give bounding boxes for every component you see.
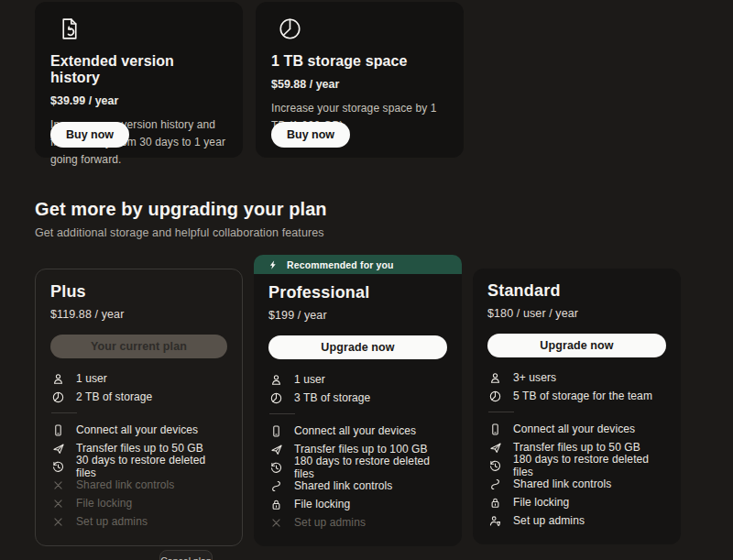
link-icon (487, 478, 502, 491)
feature-label: Connect all your devices (76, 423, 198, 436)
feature-label: 180 days to restore deleted files (294, 455, 447, 480)
addon-cards-row: Extended version history $39.99 / year I… (35, 2, 464, 158)
restore-icon (487, 459, 502, 473)
feature-row: 180 days to restore deleted files (487, 456, 666, 475)
upgrade-now-button[interactable]: Upgrade now (268, 335, 447, 359)
plan-name: Standard (487, 281, 666, 301)
section-subtitle: Get additional storage and helpful colla… (35, 226, 327, 239)
feature-label: Shared link controls (294, 479, 392, 492)
admins-icon (487, 514, 502, 528)
addon-price: $39.99 / year (50, 94, 227, 107)
addon-title: 1 TB storage space (271, 53, 448, 70)
plan-price: $180 / user / year (487, 307, 666, 320)
storage-icon (50, 390, 65, 404)
transfer-icon (487, 441, 502, 455)
storage-icon (268, 391, 283, 405)
feature-list: 1 user 2 TB of storage Connect all your … (50, 369, 227, 531)
feature-label: Connect all your devices (294, 424, 416, 437)
plan-price: $119.88 / year (50, 308, 227, 321)
feature-row-excluded: Set up admins (50, 512, 227, 531)
feature-label: Transfer files up to 100 GB (294, 443, 428, 456)
feature-label: 1 user (294, 373, 325, 386)
feature-row: Connect all your devices (50, 421, 227, 439)
version-history-icon (57, 16, 227, 45)
plan-price: $199 / year (268, 309, 447, 322)
restore-icon (268, 461, 283, 475)
upgrade-section-header: Get more by upgrading your plan Get addi… (35, 199, 327, 239)
feature-label: 3 TB of storage (294, 391, 370, 404)
link-icon (268, 479, 283, 493)
feature-row: 30 days to restore deleted files (50, 457, 227, 476)
feature-label: 5 TB of storage for the team (513, 390, 652, 402)
upgrade-now-button[interactable]: Upgrade now (487, 334, 666, 357)
feature-list: 1 user 3 TB of storage Connect all your … (268, 370, 447, 532)
feature-divider (488, 412, 514, 412)
buy-now-button[interactable]: Buy now (50, 122, 129, 148)
section-title: Get more by upgrading your plan (35, 199, 327, 220)
feature-divider (51, 412, 77, 413)
feature-label: Transfer files up to 50 GB (76, 442, 203, 455)
addon-title: Extended version history (50, 53, 227, 86)
feature-label: 2 TB of storage (76, 390, 152, 403)
recommended-banner: Recommended for you (254, 255, 462, 274)
addon-price: $59.88 / year (271, 78, 448, 91)
feature-row: Connect all your devices (268, 422, 447, 440)
x-icon (50, 497, 65, 511)
feature-label: Connect all your devices (513, 423, 635, 435)
feature-label: Set up admins (294, 516, 366, 529)
plan-card-professional: Recommended for you Professional $199 / … (254, 255, 462, 546)
storage-icon (278, 16, 448, 45)
x-icon (50, 478, 65, 492)
restore-icon (50, 460, 65, 474)
buy-now-button[interactable]: Buy now (271, 122, 350, 148)
feature-row-excluded: File locking (50, 494, 227, 512)
user-icon (268, 373, 283, 387)
feature-label: Shared link controls (76, 478, 174, 491)
feature-label: 180 days to restore deleted files (513, 453, 666, 478)
feature-row: Set up admins (487, 511, 666, 530)
feature-label: File locking (513, 496, 569, 509)
feature-label: Set up admins (513, 514, 585, 527)
addon-card-storage: 1 TB storage space $59.88 / year Increas… (256, 2, 464, 158)
feature-row: Connect all your devices (487, 420, 666, 438)
feature-row: File locking (268, 495, 447, 513)
lock-icon (268, 498, 283, 511)
plan-card-body: Plus $119.88 / year Your current plan 1 … (35, 269, 243, 546)
feature-row: 180 days to restore deleted files (268, 458, 447, 477)
plan-card-body: Standard $180 / user / year Upgrade now … (473, 269, 681, 544)
plan-name: Plus (50, 282, 227, 302)
feature-row: 3+ users (487, 368, 666, 387)
feature-label: File locking (294, 498, 350, 511)
current-plan-button: Your current plan (50, 335, 227, 358)
feature-row: 5 TB of storage for the team (487, 387, 666, 405)
addon-card-version-history: Extended version history $39.99 / year I… (35, 2, 243, 158)
feature-label: File locking (76, 497, 132, 510)
lock-icon (487, 496, 502, 510)
feature-list: 3+ users 5 TB of storage for the team Co… (487, 368, 666, 530)
feature-label: 3+ users (513, 371, 556, 384)
feature-divider (269, 413, 295, 414)
feature-row: 2 TB of storage (50, 388, 227, 406)
feature-label: Shared link controls (513, 478, 611, 490)
device-icon (268, 424, 283, 438)
feature-label: Transfer files up to 50 GB (513, 441, 640, 454)
transfer-icon (50, 442, 65, 456)
feature-label: 30 days to restore deleted files (76, 454, 227, 479)
feature-row: 3 TB of storage (268, 389, 447, 407)
recommended-banner-label: Recommended for you (287, 259, 394, 270)
feature-row: 1 user (50, 369, 227, 388)
device-icon (487, 423, 502, 436)
feature-row: File locking (487, 493, 666, 511)
lightning-bolt-icon (268, 259, 279, 270)
user-icon (50, 372, 65, 386)
feature-label: 1 user (76, 372, 107, 385)
plan-cards-row: Plus $119.88 / year Your current plan 1 … (35, 255, 681, 546)
x-icon (268, 516, 283, 530)
plan-name: Professional (268, 283, 447, 302)
x-icon (50, 515, 65, 529)
cancel-plan-button[interactable]: Cancel plan (159, 550, 213, 560)
plan-card-standard: Standard $180 / user / year Upgrade now … (473, 269, 681, 544)
feature-label: Set up admins (76, 515, 148, 528)
device-icon (50, 423, 65, 437)
storage-icon (487, 390, 502, 403)
